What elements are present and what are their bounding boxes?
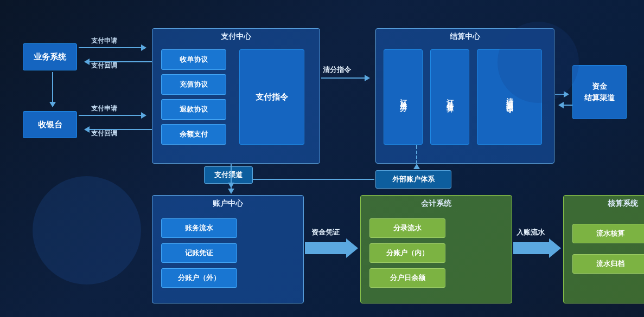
account-item-3: 分账户（外） [161,268,237,288]
arrow-to-fund-channel [555,91,572,98]
fund-channel-box: 资金 结算渠道 [572,65,627,119]
settlement-center-section: 结算中心 订单清分 订单结算 清结算指令 [375,28,554,164]
arrow-channel-to-account [228,184,234,196]
arrow-from-fund-channel [555,102,572,108]
account-center-title: 账户中心 [152,199,303,209]
cashier-box: 收银台 [23,111,77,138]
account-item-2: 记账凭证 [161,243,237,263]
payment-center-title: 支付中心 [152,32,320,42]
label-payment-req-bottom: 支付申请 [91,104,117,113]
architecture-diagram: 业务系统 收银台 支付申请 支付回调 支付申请 支付回调 [11,11,633,306]
settlement-item-1: 订单清分 [384,49,423,145]
accounting-item-1: 分录流水 [369,218,445,238]
settlement-sys-item-1: 流水核算 [572,224,644,243]
payment-order-box: 支付指令 [239,49,304,145]
settlement-item-2: 订单结算 [430,49,469,145]
accounting-system-section: 会计系统 分录流水 分账户（内） 分户日余额 [360,195,512,303]
external-account-box: 外部账户体系 [375,170,451,189]
big-arrow-fund-voucher [305,238,359,258]
label-clearance: 清分指令 [323,65,351,75]
payment-item-2: 充值协议 [161,74,226,95]
arrow-clearance [321,75,375,81]
label-payment-cb-bottom: 支付回调 [91,129,117,138]
arrow-external-left [244,176,374,183]
payment-center-section: 支付中心 收单协议 充值协议 退款协议 余额支付 支付指令 [152,28,320,164]
settlement-system-section: 核算系统 流水核算 流水归档 [563,195,644,303]
account-item-1: 账务流水 [161,218,237,238]
settlement-system-title: 核算系统 [564,199,644,209]
payment-item-3: 退款协议 [161,99,226,120]
accounting-item-2: 分账户（内） [369,243,445,263]
payment-item-1: 收单协议 [161,49,226,70]
business-system-box: 业务系统 [23,43,77,70]
label-payment-cb-top: 支付回调 [91,61,117,70]
account-center-section: 账户中心 账务流水 记账凭证 分账户（外） [152,195,304,303]
label-entry-flow: 入账流水 [517,228,545,237]
label-fund-voucher: 资金凭证 [311,228,340,237]
settlement-center-title: 结算中心 [376,32,554,42]
arrow-external-account-up [413,145,420,169]
accounting-system-title: 会计系统 [361,199,512,209]
payment-item-4: 余额支付 [161,124,226,145]
settlement-sys-item-2: 流水归档 [572,254,644,274]
label-payment-req-top: 支付申请 [91,36,117,46]
arrow-v-left [49,72,56,109]
accounting-item-3: 分户日余额 [369,268,445,288]
big-arrow-entry-flow [513,238,562,258]
settlement-item-3: 清结算指令 [477,49,542,145]
